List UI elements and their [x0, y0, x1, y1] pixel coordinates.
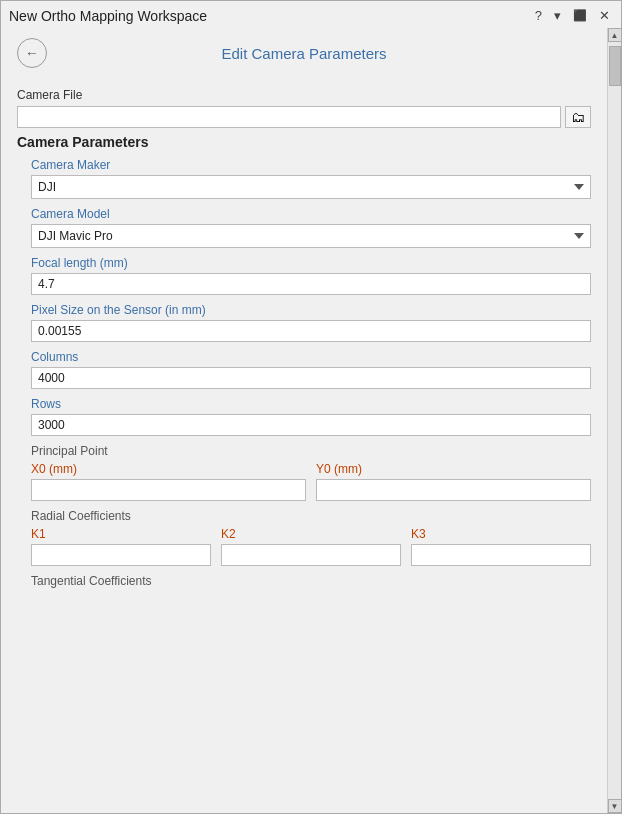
camera-model-select[interactable]: DJI Mavic Pro DJI Phantom 4 DJI Inspire … — [31, 224, 591, 248]
scroll-up-button[interactable]: ▲ — [608, 28, 622, 42]
principal-point-row: X0 (mm) Y0 (mm) — [31, 462, 591, 501]
rows-group: Rows — [17, 397, 591, 436]
camera-file-input[interactable] — [17, 106, 561, 128]
radial-coefficients-label: Radial Coefficients — [31, 509, 591, 523]
k1-label: K1 — [31, 527, 211, 541]
camera-maker-label: Camera Maker — [31, 158, 591, 172]
pixel-size-group: Pixel Size on the Sensor (in mm) — [17, 303, 591, 342]
camera-file-section: Camera File 🗂 — [17, 88, 591, 128]
k2-input[interactable] — [221, 544, 401, 566]
back-icon: ← — [25, 45, 39, 61]
scrollbar: ▲ ▼ — [607, 28, 621, 813]
pixel-size-input[interactable] — [31, 320, 591, 342]
camera-maker-group: Camera Maker DJI Sony Canon Nikon — [17, 158, 591, 199]
restore-button[interactable]: ⬛ — [570, 8, 590, 23]
page-title: Edit Camera Parameters — [57, 45, 551, 62]
close-button[interactable]: ✕ — [596, 7, 613, 24]
window-controls: ? ▾ ⬛ ✕ — [532, 7, 613, 24]
title-bar: New Ortho Mapping Workspace ? ▾ ⬛ ✕ — [1, 1, 621, 28]
principal-point-section: Principal Point X0 (mm) Y0 (mm) — [17, 444, 591, 501]
page-header: ← Edit Camera Parameters — [17, 38, 591, 74]
camera-maker-select[interactable]: DJI Sony Canon Nikon — [31, 175, 591, 199]
y0-label: Y0 (mm) — [316, 462, 591, 476]
rows-input[interactable] — [31, 414, 591, 436]
main-window: New Ortho Mapping Workspace ? ▾ ⬛ ✕ ← Ed… — [0, 0, 622, 814]
minimize-button[interactable]: ▾ — [551, 7, 564, 24]
columns-label: Columns — [31, 350, 591, 364]
camera-file-row: 🗂 — [17, 106, 591, 128]
camera-file-label: Camera File — [17, 88, 591, 102]
main-panel: ← Edit Camera Parameters Camera File 🗂 C… — [1, 28, 607, 813]
k1-input[interactable] — [31, 544, 211, 566]
help-button[interactable]: ? — [532, 7, 545, 24]
k2-col: K2 — [221, 527, 401, 566]
principal-point-label: Principal Point — [31, 444, 591, 458]
camera-maker-wrapper: DJI Sony Canon Nikon — [31, 175, 591, 199]
camera-model-wrapper: DJI Mavic Pro DJI Phantom 4 DJI Inspire … — [31, 224, 591, 248]
back-button[interactable]: ← — [17, 38, 47, 68]
k2-label: K2 — [221, 527, 401, 541]
radial-row: K1 K2 K3 — [31, 527, 591, 566]
columns-group: Columns — [17, 350, 591, 389]
columns-input[interactable] — [31, 367, 591, 389]
k3-label: K3 — [411, 527, 591, 541]
x0-label: X0 (mm) — [31, 462, 306, 476]
folder-icon: 🗂 — [571, 109, 585, 125]
x0-input[interactable] — [31, 479, 306, 501]
k3-col: K3 — [411, 527, 591, 566]
y0-input[interactable] — [316, 479, 591, 501]
camera-model-label: Camera Model — [31, 207, 591, 221]
folder-browse-button[interactable]: 🗂 — [565, 106, 591, 128]
camera-model-group: Camera Model DJI Mavic Pro DJI Phantom 4… — [17, 207, 591, 248]
k3-input[interactable] — [411, 544, 591, 566]
pixel-size-label: Pixel Size on the Sensor (in mm) — [31, 303, 591, 317]
focal-length-input[interactable] — [31, 273, 591, 295]
scroll-thumb[interactable] — [609, 46, 621, 86]
scroll-down-button[interactable]: ▼ — [608, 799, 622, 813]
rows-label: Rows — [31, 397, 591, 411]
focal-length-group: Focal length (mm) — [17, 256, 591, 295]
content-area: ← Edit Camera Parameters Camera File 🗂 C… — [1, 28, 621, 813]
y0-col: Y0 (mm) — [316, 462, 591, 501]
x0-col: X0 (mm) — [31, 462, 306, 501]
camera-parameters-heading: Camera Parameters — [17, 134, 591, 150]
tangential-coefficients-label: Tangential Coefficients — [17, 574, 591, 588]
k1-col: K1 — [31, 527, 211, 566]
focal-length-label: Focal length (mm) — [31, 256, 591, 270]
window-title: New Ortho Mapping Workspace — [9, 8, 207, 24]
radial-coefficients-section: Radial Coefficients K1 K2 K3 — [17, 509, 591, 566]
